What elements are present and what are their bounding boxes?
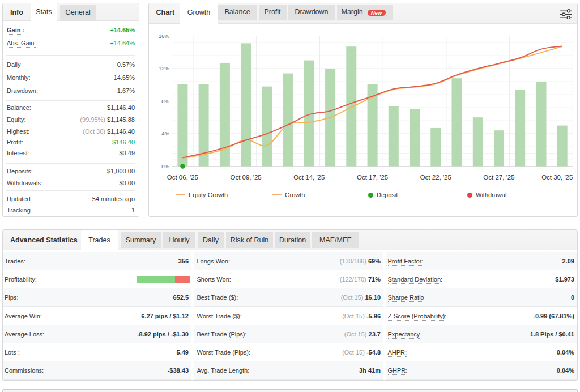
svg-text:8%: 8% (161, 98, 169, 104)
svg-text:Oct 27, '25: Oct 27, '25 (483, 174, 514, 181)
svg-text:Oct 30, '25: Oct 30, '25 (541, 174, 573, 181)
svg-text:0%: 0% (161, 163, 169, 169)
svg-text:Oct 14, '25: Oct 14, '25 (293, 174, 325, 181)
svg-text:Oct 22, '25: Oct 22, '25 (420, 174, 451, 181)
svg-text:4%: 4% (161, 130, 169, 137)
svg-text:16%: 16% (159, 33, 170, 39)
svg-text:Oct 06, '25: Oct 06, '25 (167, 174, 198, 181)
svg-text:12%: 12% (159, 65, 170, 71)
svg-text:Oct 09, '25: Oct 09, '25 (230, 174, 261, 181)
svg-text:Oct 17, '25: Oct 17, '25 (357, 174, 388, 181)
